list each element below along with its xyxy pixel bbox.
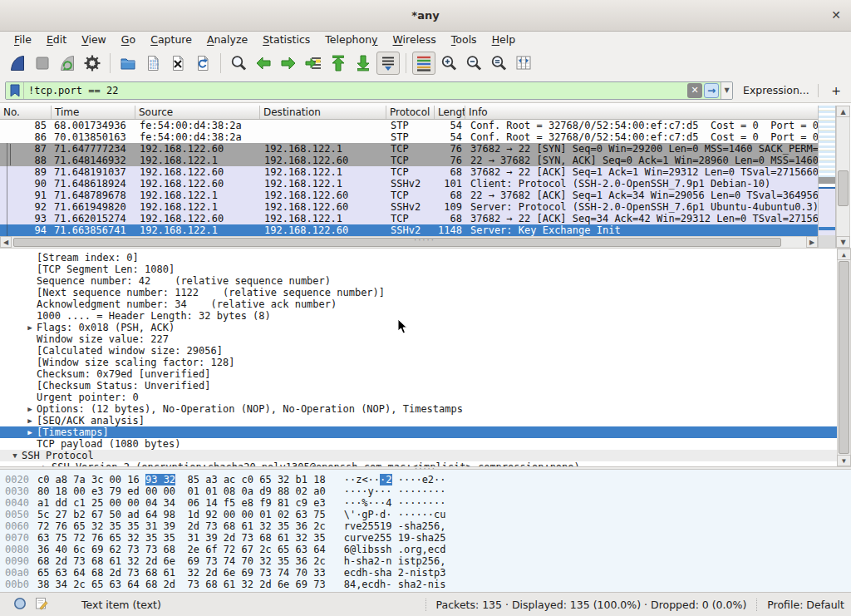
details-scrollbar[interactable]: ▲ ▼ xyxy=(837,249,851,466)
hex-row-0050[interactable]: 00505c 27 b2 67 50 ad 64 98 1d 92 00 00 … xyxy=(5,509,851,520)
zoom-reset-icon[interactable] xyxy=(487,52,510,75)
packet-row-87[interactable]: 8771.647777234192.168.122.60192.168.122.… xyxy=(0,143,818,155)
menu-go[interactable]: Go xyxy=(114,33,143,46)
detail-row[interactable]: Urgent pointer: 0 xyxy=(0,392,851,403)
menu-analyze[interactable]: Analyze xyxy=(199,33,255,46)
go-first-icon[interactable] xyxy=(327,52,350,75)
menu-capture[interactable]: Capture xyxy=(143,33,199,46)
column-header-destination[interactable]: Destination xyxy=(260,106,386,119)
detail-row[interactable]: ▶Options: (12 bytes), No-Operation (NOP)… xyxy=(0,403,851,415)
detail-row[interactable]: [Stream index: 0] xyxy=(0,252,851,264)
reload-file-icon[interactable] xyxy=(191,52,214,75)
column-header-length[interactable]: Length xyxy=(435,106,465,119)
menu-edit[interactable]: Edit xyxy=(39,33,74,46)
start-capture-icon[interactable] xyxy=(6,52,29,75)
zoom-in-icon[interactable] xyxy=(437,52,460,75)
packet-row-94[interactable]: 9471.663856741192.168.122.1192.168.122.6… xyxy=(0,224,818,236)
collapse-icon[interactable]: ▼ xyxy=(8,450,22,461)
open-file-icon[interactable] xyxy=(116,52,140,75)
detail-row[interactable]: [Checksum Status: Unverified] xyxy=(0,380,851,392)
restart-capture-icon[interactable] xyxy=(56,52,79,75)
find-packet-icon[interactable] xyxy=(227,52,250,75)
detail-row[interactable]: Acknowledgment number: 34 (relative ack … xyxy=(0,298,851,310)
detail-row[interactable]: [Window size scaling factor: 128] xyxy=(0,357,851,368)
auto-scroll-icon[interactable] xyxy=(376,52,400,75)
scrollbar-thumb[interactable] xyxy=(838,170,849,206)
pane-splitter-handle[interactable]: ····· xyxy=(414,235,435,244)
packet-row-90[interactable]: 9071.648618924192.168.122.60192.168.122.… xyxy=(0,178,818,190)
hex-row-0060[interactable]: 006072 76 65 32 35 35 31 39 2d 73 68 61 … xyxy=(5,520,851,532)
menu-statistics[interactable]: Statistics xyxy=(255,33,317,46)
packet-row-88[interactable]: 8871.648146932192.168.122.1192.168.122.6… xyxy=(0,155,818,166)
menu-tools[interactable]: Tools xyxy=(444,33,485,46)
expert-info-icon[interactable] xyxy=(13,597,27,613)
hex-row-00a0[interactable]: 00a065 63 64 68 2d 73 68 61 32 2d 6e 69 … xyxy=(5,567,851,579)
detail-row[interactable]: ▼SSH Protocol xyxy=(0,450,851,461)
expand-icon[interactable]: ▶ xyxy=(23,415,37,426)
detail-row[interactable]: ▶Flags: 0x018 (PSH, ACK) xyxy=(0,322,851,333)
scroll-right-icon[interactable]: ▶ xyxy=(806,236,818,248)
packet-row-91[interactable]: 9171.648789678192.168.122.1192.168.122.6… xyxy=(0,190,818,201)
column-header-source[interactable]: Source xyxy=(135,106,260,119)
detail-row[interactable]: TCP payload (1080 bytes) xyxy=(0,438,851,450)
profile-status[interactable]: Profile: Default xyxy=(756,599,851,611)
detail-row[interactable]: [Calculated window size: 29056] xyxy=(0,345,851,357)
packet-minimap[interactable] xyxy=(818,106,836,248)
capture-options-icon[interactable] xyxy=(81,52,104,75)
go-previous-icon[interactable] xyxy=(252,52,275,75)
close-icon[interactable]: ✕ xyxy=(831,8,841,22)
menu-wireless[interactable]: Wireless xyxy=(386,33,444,46)
close-file-icon[interactable] xyxy=(166,52,189,75)
clear-filter-icon[interactable]: ✕ xyxy=(687,83,702,98)
expand-icon[interactable]: ▶ xyxy=(23,322,37,333)
filter-field[interactable]: ✕ → ▼ xyxy=(5,81,733,100)
scroll-up-icon[interactable]: ▲ xyxy=(836,106,850,117)
detail-row[interactable]: 1000 .... = Header Length: 32 bytes (8) xyxy=(0,310,851,322)
scrollbar-thumb[interactable] xyxy=(13,238,781,247)
colorize-icon[interactable] xyxy=(412,52,435,75)
detail-row[interactable]: ▶SSH Version 2 (encryption:chacha20-poly… xyxy=(0,461,851,466)
hex-row-0020[interactable]: 0020c0 a8 7a 3c 00 16 93 32 85 a3 ac c0 … xyxy=(5,474,851,485)
bookmark-icon[interactable] xyxy=(6,82,24,99)
menu-view[interactable]: View xyxy=(74,33,114,46)
detail-row[interactable]: Window size value: 227 xyxy=(0,333,851,345)
hex-row-0080[interactable]: 008036 40 6c 69 62 73 73 68 2e 6f 72 67 … xyxy=(5,544,851,555)
expand-icon[interactable]: ▶ xyxy=(38,461,52,466)
packet-list-scrollbar[interactable]: ▲ ▼ xyxy=(836,106,850,248)
hex-row-00b0[interactable]: 00b038 34 2c 65 63 64 68 2d 73 68 61 32 … xyxy=(5,579,851,590)
hex-row-0090[interactable]: 009068 2d 73 68 61 32 2d 6e 69 73 74 70 … xyxy=(5,555,851,567)
packet-row-92[interactable]: 9271.661949820192.168.122.1192.168.122.6… xyxy=(0,201,818,213)
save-file-icon[interactable]: 010101100111 xyxy=(141,52,165,75)
menu-help[interactable]: Help xyxy=(485,33,524,46)
detail-row[interactable]: ▶[Timestamps] xyxy=(0,426,851,438)
stop-capture-icon[interactable] xyxy=(31,52,54,75)
detail-row[interactable]: ▶[SEQ/ACK analysis] xyxy=(0,415,851,426)
capture-comment-icon[interactable] xyxy=(35,597,48,613)
hex-row-0030[interactable]: 003080 18 00 e3 79 ed 00 00 01 01 08 0a … xyxy=(5,485,851,497)
filter-input[interactable] xyxy=(24,83,687,98)
filter-dropdown-icon[interactable]: ▼ xyxy=(721,82,732,99)
menu-telephony[interactable]: Telephony xyxy=(317,33,385,46)
packet-row-93[interactable]: 9371.662015274192.168.122.60192.168.122.… xyxy=(0,213,818,224)
zoom-out-icon[interactable] xyxy=(462,52,485,75)
column-header-info[interactable]: Info xyxy=(465,106,818,119)
packet-row-86[interactable]: 8670.013850163fe:54:00:d4:38:2aSTP54Conf… xyxy=(0,131,818,143)
horizontal-scrollbar[interactable]: ◀ ▶ xyxy=(0,236,818,248)
column-header-time[interactable]: Time xyxy=(52,106,135,119)
scroll-up-icon[interactable]: ▲ xyxy=(837,249,851,260)
packet-row-85[interactable]: 8568.001734936fe:54:00:d4:38:2aSTP54Conf… xyxy=(0,120,818,131)
go-next-icon[interactable] xyxy=(277,52,300,75)
scrollbar-thumb[interactable] xyxy=(839,261,849,454)
scroll-down-icon[interactable]: ▼ xyxy=(836,236,850,248)
expand-icon[interactable]: ▶ xyxy=(23,403,37,415)
hex-row-0040[interactable]: 0040a1 dd c1 25 00 00 04 34 06 14 f5 e8 … xyxy=(5,497,851,509)
scroll-down-icon[interactable]: ▼ xyxy=(837,455,851,466)
packet-row-89[interactable]: 8971.648191037192.168.122.60192.168.122.… xyxy=(0,166,818,178)
expression-button[interactable]: Expression... xyxy=(743,84,809,96)
column-header-protocol[interactable]: Protocol xyxy=(386,106,435,119)
scroll-left-icon[interactable]: ◀ xyxy=(0,236,12,248)
menu-file[interactable]: File xyxy=(7,33,39,46)
go-to-packet-icon[interactable] xyxy=(302,52,325,75)
expand-icon[interactable]: ▶ xyxy=(23,426,37,438)
detail-row[interactable]: [Next sequence number: 1122 (relative se… xyxy=(0,287,851,298)
